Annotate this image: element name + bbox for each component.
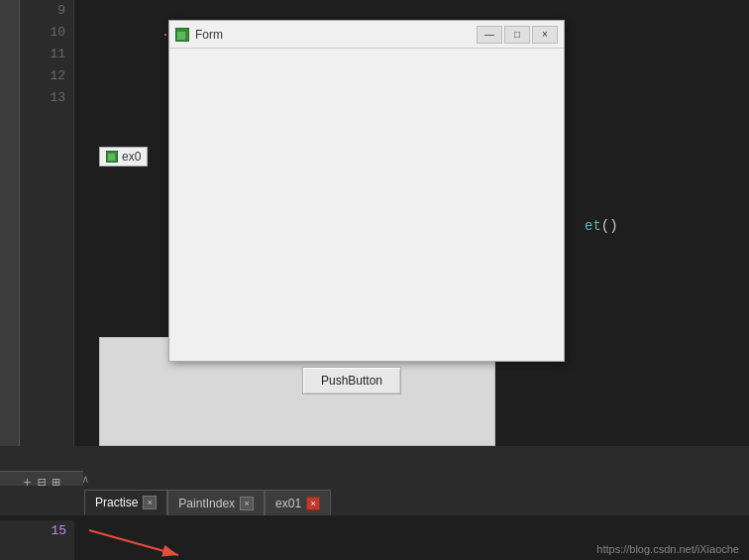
form-close-button[interactable]: × xyxy=(532,26,558,44)
push-button[interactable]: PushButton xyxy=(302,367,401,394)
bottom-line-numbers: 15 xyxy=(0,520,74,560)
tabs-row: Practise × PaintIndex × ex01 × xyxy=(0,486,749,515)
tab-paintindex-close[interactable]: × xyxy=(240,497,254,510)
line-num-13: 13 xyxy=(50,87,65,109)
tab-ex01[interactable]: ex01 × xyxy=(265,490,331,515)
line-num-11: 11 xyxy=(50,44,65,65)
right-code xyxy=(594,0,602,22)
line-num-9: 9 xyxy=(57,0,65,22)
line-num-12: 12 xyxy=(50,65,65,87)
watermark: https://blog.csdn.net/iXiaoche xyxy=(596,543,739,555)
form-window-controls: — □ × xyxy=(477,26,558,44)
arrow-annotation xyxy=(79,525,198,560)
form-window-icon xyxy=(175,28,189,42)
ex01-text: ex0 xyxy=(122,150,141,164)
tab-paintindex[interactable]: PaintIndex × xyxy=(167,490,265,515)
ex01-form-icon xyxy=(106,151,118,163)
tab-ex01-close[interactable]: × xyxy=(306,497,320,510)
tab-paintindex-label: PaintIndex xyxy=(178,497,235,510)
bottom-line-num: 15 xyxy=(51,523,66,538)
arrow-svg xyxy=(79,525,198,560)
tab-practise-label: Practise xyxy=(95,496,138,509)
form-body xyxy=(169,49,564,361)
form-titlebar: Form — □ × xyxy=(169,21,564,49)
method-text: et() xyxy=(585,218,618,234)
tab-practise[interactable]: Practise × xyxy=(84,490,167,515)
svg-line-1 xyxy=(89,530,178,555)
form-window-title: Form xyxy=(195,28,471,42)
ex01-label: ex0 xyxy=(99,147,148,167)
form-minimize-button[interactable]: — xyxy=(477,26,502,44)
tab-practise-close[interactable]: × xyxy=(143,496,157,509)
form-maximize-button[interactable]: □ xyxy=(504,26,530,44)
form-window: Form — □ × xyxy=(168,20,565,362)
left-sidebar xyxy=(0,0,20,446)
line-num-10: 10 xyxy=(50,22,65,44)
push-button-label: PushButton xyxy=(321,374,382,388)
tab-ex01-label: ex01 xyxy=(275,497,301,510)
